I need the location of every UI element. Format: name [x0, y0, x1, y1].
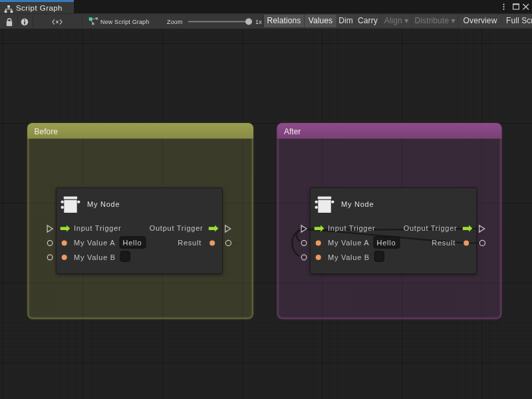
svg-text:My Value B: My Value B	[74, 253, 116, 261]
svg-text:Hello: Hello	[123, 239, 142, 247]
svg-text:Input Trigger: Input Trigger	[328, 224, 376, 232]
svg-text:My Value A: My Value A	[74, 239, 115, 247]
svg-text:Result: Result	[432, 239, 456, 247]
svg-text:Hello: Hello	[377, 239, 396, 247]
svg-text:Before: Before	[35, 127, 59, 136]
svg-text:Output Trigger: Output Trigger	[404, 224, 458, 232]
svg-text:Result: Result	[178, 239, 201, 247]
svg-text:My Node: My Node	[87, 200, 120, 208]
svg-text:Output Trigger: Output Trigger	[150, 224, 203, 232]
svg-text:My Value A: My Value A	[328, 239, 369, 247]
svg-text:My Value B: My Value B	[328, 253, 370, 261]
svg-text:My Node: My Node	[341, 200, 374, 208]
svg-text:After: After	[284, 127, 301, 136]
svg-text:Input Trigger: Input Trigger	[74, 224, 122, 232]
